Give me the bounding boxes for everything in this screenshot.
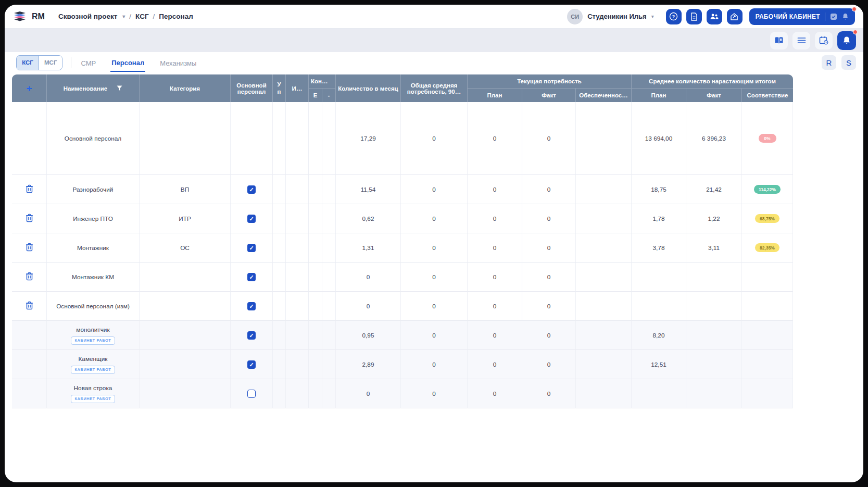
column-header-kon-dash[interactable]: - [322,88,336,102]
workspace-button[interactable]: РАБОЧИЙ КАБИНЕТ [749,8,855,25]
cell-category [140,350,231,379]
cell-kon-dash [322,379,336,408]
cell-current-fact: 0 [522,233,576,263]
cell-current-plan: 0 [468,263,522,292]
filter-icon[interactable] [117,85,122,91]
work-cabinet-chip[interactable]: КАБИНЕТ РАБОТ [71,336,116,345]
column-header-total-avg[interactable]: Общая средняя потребность, 90… [401,74,468,102]
cell-total-avg: 0 [401,102,468,175]
notifications-button[interactable] [837,31,856,50]
delete-row-button[interactable] [26,243,33,252]
cell-current-plan: 0 [468,175,522,204]
cell-current-plan: 0 [468,350,522,379]
add-row-header: + [12,74,47,102]
main-personnel-checkbox[interactable]: ✓ [247,244,256,252]
delete-row-button[interactable] [26,301,33,310]
work-cabinet-chip[interactable]: КАБИНЕТ РАБОТ [71,395,116,403]
work-cabinet-chip[interactable]: КАБИНЕТ РАБОТ [71,366,116,374]
secondary-toolbar [5,29,863,52]
add-row-button[interactable]: + [26,83,32,94]
delete-row-button[interactable] [26,214,33,222]
cell-match [742,350,793,379]
cell-match [742,379,793,408]
schedule-button[interactable] [815,32,833,49]
toggle-msg[interactable]: МСГ [39,56,62,70]
chevron-down-icon[interactable]: ▾ [122,14,125,19]
tab-mechanisms[interactable]: Механизмы [159,54,197,71]
tab-smr[interactable]: СМР [80,54,97,71]
handbook-button[interactable] [770,32,788,49]
delete-row-button[interactable] [26,272,33,281]
cell-avg-fact [686,379,742,408]
cell-provision [576,379,632,408]
breadcrumb-level2[interactable]: Персонал [159,13,193,20]
cell-provision [576,204,632,233]
help-icon: ? [669,12,678,21]
app-window: RM Сквозной проект ▾ / КСГ / Персонал СИ… [5,5,863,482]
cell-current-fact: 0 [522,204,576,233]
column-header-main-personnel[interactable]: Основной персонал [231,74,273,102]
column-header-up[interactable]: У п [273,74,286,102]
cell-actions [12,102,47,175]
team-button[interactable] [707,9,722,24]
list-view-button[interactable] [792,32,810,49]
cell-actions [12,379,47,408]
toggle-ksg[interactable]: КСГ [17,56,39,70]
column-header-avg-plan[interactable]: План [632,88,686,102]
cell-kon-dash [322,350,336,379]
column-header-i[interactable]: И… [286,74,309,102]
list-icon [797,37,806,44]
tabs: СМР Персонал Механизмы [80,52,197,73]
divider [825,13,825,21]
main-personnel-checkbox[interactable]: ✓ [247,331,256,340]
avatar[interactable]: СИ [567,9,583,24]
breadcrumb-level1[interactable]: КСГ [135,13,148,20]
cell-i [286,204,309,233]
column-header-match[interactable]: Соответствие [742,88,793,102]
cell-current-plan: 0 [468,233,522,263]
cell-total-avg: 0 [401,175,468,204]
cell-match [742,263,793,292]
cell-avg-fact: 1,22 [686,204,742,233]
cell-kon-dash [322,263,336,292]
cell-category [140,102,231,175]
trash-icon [26,184,33,193]
user-chevron-down-icon[interactable]: ▾ [651,14,654,19]
help-button[interactable]: ? [666,9,682,24]
s-button[interactable]: S [841,55,856,70]
column-header-avg-fact[interactable]: Факт [686,88,742,102]
column-header-kon-e[interactable]: Е [309,88,322,102]
column-header-current-plan[interactable]: План [468,88,522,102]
cell-match: 68,75% [742,204,793,233]
column-header-name[interactable]: Наименование [47,74,140,102]
row-name: Основной персонал (изм) [49,303,137,310]
column-group-current-need: Текущая потребность [468,74,632,88]
main-personnel-checkbox[interactable]: ✓ [247,185,256,194]
cell-qty-month: 2,89 [336,350,401,379]
tasks-icon[interactable] [830,13,837,20]
tab-personnel[interactable]: Персонал [110,54,145,72]
main-personnel-checkbox[interactable]: ✓ [247,360,256,369]
cell-main-personnel: ✓ [231,321,273,350]
bell-icon[interactable] [842,13,849,20]
main-personnel-checkbox[interactable]: ✓ [247,215,256,223]
column-header-qty-month[interactable]: Количество в месяц [336,74,401,102]
cell-up [273,204,286,233]
breadcrumb-project[interactable]: Сквозной проект [58,13,117,20]
cell-provision [576,102,632,175]
main-personnel-checkbox[interactable] [247,390,256,398]
document-button[interactable] [686,9,702,24]
user-name[interactable]: Студеникин Илья [587,13,646,20]
column-header-current-fact[interactable]: Факт [522,88,576,102]
r-button[interactable]: R [822,55,836,70]
delete-row-button[interactable] [26,184,33,193]
main-personnel-checkbox[interactable]: ✓ [247,273,256,281]
topbar: RM Сквозной проект ▾ / КСГ / Персонал СИ… [5,5,863,29]
home-button[interactable] [727,9,743,24]
column-header-provision[interactable]: Обеспеченнос… [576,88,632,102]
notification-dot [853,30,858,34]
cell-actions [12,175,47,204]
column-header-category[interactable]: Категория [140,74,231,102]
cell-actions [12,263,47,292]
main-personnel-checkbox[interactable]: ✓ [247,302,256,310]
